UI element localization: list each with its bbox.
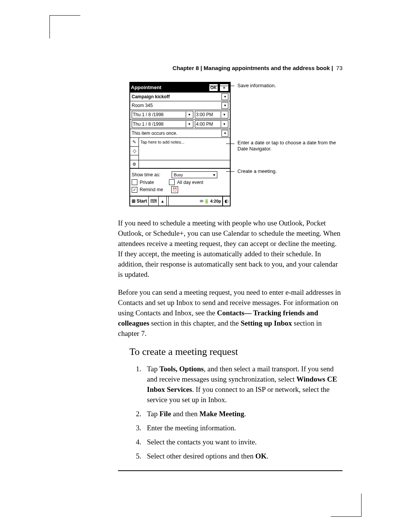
remind-checkbox[interactable]: ✓ — [132, 187, 137, 193]
figure-callouts: Save information. Enter a date or tap to… — [231, 82, 342, 206]
location-field[interactable]: Room 345 ▾ — [130, 101, 230, 110]
callout-meeting: Create a meeting. — [237, 168, 336, 174]
meeting-row: ⚙ — [130, 160, 230, 168]
recurrence-dropdown-icon[interactable]: ▾ — [221, 130, 228, 137]
reminder-config-icon[interactable]: ⏰ — [171, 186, 178, 193]
crop-mark-top-left — [49, 15, 80, 38]
appointment-window: Appointment OK × Campaign kickoff ▾ Room… — [129, 82, 231, 206]
crop-mark-bottom-right — [331, 494, 362, 517]
show-time-dropdown-icon: ▾ — [213, 172, 215, 177]
step-2: Tap File and then Make Meeting. — [143, 409, 342, 419]
close-button[interactable]: × — [219, 83, 229, 92]
step-4: Select the contacts you want to invite. — [143, 437, 342, 447]
recurrence-value: This item occurs once. — [132, 131, 220, 136]
header-sep: | — [201, 65, 204, 71]
sip-button[interactable]: ⌨ — [149, 197, 159, 206]
window-title: Appointment — [131, 85, 161, 90]
callout-line-meeting — [226, 171, 234, 172]
callout-line-save — [208, 86, 234, 86]
clock-time: 4:20p — [210, 198, 221, 204]
start-date-value[interactable]: Thu 1 / 8 /1998 — [133, 112, 164, 117]
subheading: To create a meeting request — [129, 346, 342, 358]
all-day-checkbox[interactable] — [169, 179, 175, 185]
taskbar: ⊞ Start ⌨ ▴ ✉ 🔋 4:20p ◐ — [130, 196, 230, 206]
desktop-button[interactable]: ◐ — [223, 197, 230, 206]
show-time-value: Busy — [174, 172, 183, 177]
windows-icon: ⊞ — [132, 198, 135, 204]
notes-textarea[interactable]: Tap here to add notes... — [139, 138, 230, 160]
start-time-value[interactable]: 3:00 PM — [196, 112, 213, 117]
start-datetime: Thu 1 / 8 /1998 ▾ 3:00 PM ▾ — [130, 110, 230, 119]
system-tray[interactable]: ✉ 🔋 4:20p — [169, 197, 223, 206]
categories-tab-icon[interactable]: ◇ — [130, 147, 139, 155]
desktop-icon: ◐ — [225, 198, 228, 204]
location-dropdown-icon[interactable]: ▾ — [221, 102, 228, 109]
show-time-select[interactable]: Busy ▾ — [172, 171, 217, 178]
tray-icon-2: 🔋 — [204, 198, 209, 204]
page-number: 73 — [336, 65, 342, 71]
start-button[interactable]: ⊞ Start — [130, 197, 149, 206]
show-time-label: Show time as: — [132, 172, 160, 177]
subject-field[interactable]: Campaign kickoff ▾ — [130, 93, 230, 101]
notes-tab-icon[interactable]: ✎ — [130, 138, 139, 147]
ok-button[interactable]: OK — [209, 83, 218, 92]
appointment-figure: Appointment OK × Campaign kickoff ▾ Room… — [118, 82, 342, 206]
steps-list: Tap Tools, Options, and then select a ma… — [129, 364, 342, 461]
body-paragraph-1: If you need to schedule a meeting with p… — [118, 218, 342, 280]
start-date-dropdown-icon[interactable]: ▾ — [186, 112, 192, 118]
end-date-dropdown-icon[interactable]: ▾ — [186, 121, 192, 127]
running-header: Chapter 8 | Managing appointments and th… — [118, 65, 342, 71]
end-time-value[interactable]: 4:00 PM — [196, 121, 213, 127]
subject-dropdown-icon[interactable]: ▾ — [221, 93, 228, 100]
all-day-label: All day event — [177, 180, 203, 185]
end-time-dropdown-icon[interactable]: ▾ — [221, 121, 227, 127]
private-label: Private — [140, 180, 154, 185]
callout-date: Enter a date or tap to choose a date fro… — [237, 140, 336, 152]
options-panel: Show time as: Busy ▾ Private All day eve… — [130, 168, 230, 196]
start-time-dropdown-icon[interactable]: ▾ — [221, 112, 227, 118]
tray-icon-1: ✉ — [200, 198, 203, 204]
step-5: Select other desired options and then OK… — [143, 451, 342, 461]
notes-tabs: ✎ ◇ Tap here to add notes... — [130, 137, 230, 160]
title-bar: Appointment OK × — [130, 83, 230, 93]
meeting-tab-icon[interactable]: ⚙ — [130, 160, 139, 168]
callout-tick-save — [208, 86, 208, 89]
keyboard-icon: ⌨ — [150, 198, 157, 204]
step-3: Enter the meeting information. — [143, 423, 342, 433]
step-1: Tap Tools, Options, and then select a ma… — [143, 364, 342, 405]
remind-label: Remind me — [140, 187, 163, 192]
recurrence-field[interactable]: This item occurs once. ▾ — [130, 129, 230, 137]
body-paragraph-2: Before you can send a meeting request, y… — [118, 287, 342, 339]
header-sep2: | — [331, 65, 335, 71]
subject-value: Campaign kickoff — [132, 94, 220, 99]
location-value: Room 345 — [132, 103, 220, 108]
callout-save: Save information. — [237, 83, 336, 89]
sip-arrow[interactable]: ▴ — [159, 197, 167, 206]
end-date-value[interactable]: Thu 1 / 8 /1998 — [133, 121, 164, 127]
callout-line-date — [226, 144, 234, 144]
footer-rule — [118, 470, 342, 471]
chapter-title: Managing appointments and the address bo… — [204, 65, 330, 71]
end-datetime: Thu 1 / 8 /1998 ▾ 4:00 PM ▾ — [130, 119, 230, 129]
chapter-number: Chapter 8 — [172, 65, 199, 71]
private-checkbox[interactable] — [132, 179, 137, 185]
start-label: Start — [137, 198, 147, 204]
